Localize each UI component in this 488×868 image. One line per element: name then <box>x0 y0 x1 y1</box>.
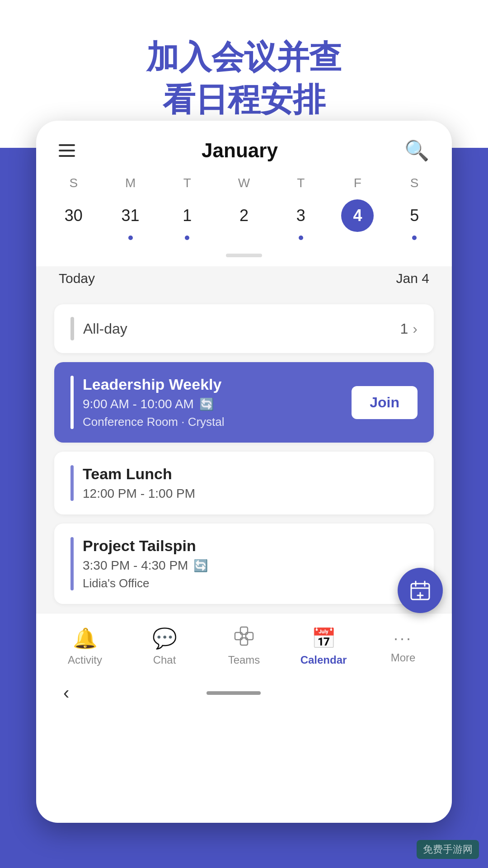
activity-icon: 🔔 <box>73 627 98 650</box>
allday-card[interactable]: All-day 1 › <box>54 304 434 353</box>
weekday-sun: S <box>45 171 102 195</box>
date-4-today[interactable]: 4 <box>329 195 386 245</box>
event-project-tailspin[interactable]: Project Tailspin 3:30 PM - 4:30 PM 🔄 Lid… <box>54 524 434 604</box>
more-icon: ··· <box>394 629 413 648</box>
more-label: More <box>391 651 416 664</box>
back-button[interactable]: ‹ <box>63 683 69 703</box>
home-indicator <box>206 691 261 695</box>
refresh-icon: 🔄 <box>199 397 214 411</box>
event-location: Lidia's Office <box>83 576 208 590</box>
event-color-bar <box>70 465 74 501</box>
date-display: Jan 4 <box>396 271 429 286</box>
date-2[interactable]: 2 <box>216 195 272 245</box>
weekday-thu: T <box>272 171 329 195</box>
event-color-bar <box>70 537 74 590</box>
chat-icon: 💬 <box>152 627 177 650</box>
weekday-fri: F <box>329 171 386 195</box>
event-time: 12:00 PM - 1:00 PM <box>83 486 195 501</box>
weekday-mon: M <box>102 171 159 195</box>
date-5[interactable]: 5 <box>386 195 443 245</box>
event-title: Project Tailspin <box>83 537 208 555</box>
date-3[interactable]: 3 <box>272 195 329 245</box>
drag-handle <box>226 254 262 257</box>
refresh-icon: 🔄 <box>193 559 208 573</box>
teams-icon <box>234 626 254 650</box>
nav-teams[interactable]: Teams <box>204 626 284 666</box>
calendar-icon: 📅 <box>311 627 336 650</box>
weekday-sat: S <box>386 171 443 195</box>
date-30[interactable]: 30 <box>45 195 102 245</box>
date-1[interactable]: 1 <box>159 195 216 245</box>
event-color-bar <box>70 376 74 429</box>
month-title: January <box>202 139 278 162</box>
week-dates: 30 31 1 2 3 <box>36 195 452 254</box>
week-days: S M T W T F S <box>36 171 452 195</box>
event-leadership-weekly[interactable]: Leadership Weekly 9:00 AM - 10:00 AM 🔄 C… <box>54 362 434 443</box>
add-meeting-fab[interactable] <box>398 568 443 613</box>
bottom-bar: ‹ <box>36 674 452 717</box>
weekday-tue: T <box>159 171 216 195</box>
activity-label: Activity <box>68 654 102 666</box>
nav-chat[interactable]: 💬 Chat <box>125 627 204 666</box>
today-label: Today <box>59 271 95 286</box>
search-icon[interactable]: 🔍 <box>404 139 429 162</box>
allday-bar-icon <box>70 317 74 340</box>
teams-label: Teams <box>228 654 260 666</box>
blue-section: January 🔍 S M T W T F S 30 31 <box>0 148 488 868</box>
watermark: 免费手游网 <box>417 840 479 859</box>
event-title: Leadership Weekly <box>83 376 225 393</box>
date-31[interactable]: 31 <box>102 195 159 245</box>
chat-label: Chat <box>153 654 176 666</box>
bottom-nav: 🔔 Activity 💬 Chat <box>36 613 452 674</box>
today-bar: Today Jan 4 <box>36 266 452 295</box>
chevron-right-icon: › <box>413 321 418 337</box>
nav-activity[interactable]: 🔔 Activity <box>45 627 125 666</box>
weekday-wed: W <box>216 171 272 195</box>
allday-count: 1 <box>400 321 408 337</box>
event-team-lunch[interactable]: Team Lunch 12:00 PM - 1:00 PM <box>54 452 434 514</box>
event-time: 3:30 PM - 4:30 PM 🔄 <box>83 558 208 573</box>
event-time: 9:00 AM - 10:00 AM 🔄 <box>83 397 225 411</box>
event-title: Team Lunch <box>83 465 195 483</box>
headline: 加入会议并查 看日程安排 <box>27 36 461 121</box>
nav-calendar[interactable]: 📅 Calendar <box>284 627 363 666</box>
join-button[interactable]: Join <box>352 386 418 419</box>
allday-label: All-day <box>83 321 127 337</box>
phone-card: January 🔍 S M T W T F S 30 31 <box>36 121 452 823</box>
nav-more[interactable]: ··· More <box>363 629 443 664</box>
event-project-tailspin-wrapper: Project Tailspin 3:30 PM - 4:30 PM 🔄 Lid… <box>54 524 434 604</box>
calendar-label: Calendar <box>300 654 347 666</box>
events-list: All-day 1 › Leadership Weekly 9:0 <box>36 295 452 613</box>
menu-icon[interactable] <box>59 144 75 157</box>
event-location: Conference Room · Crystal <box>83 415 225 429</box>
calendar-header: January 🔍 <box>36 121 452 171</box>
